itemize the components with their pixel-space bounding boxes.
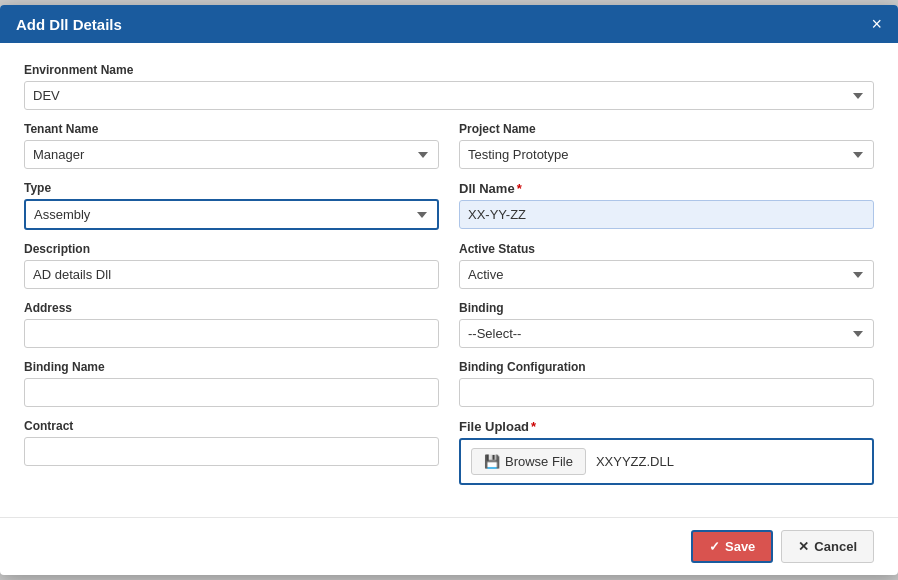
contract-fileupload-row: Contract File Upload* 💾 Browse File XXYY… [24,419,874,485]
binding-group: Binding --Select-- Option1 Option2 [459,301,874,348]
binding-select[interactable]: --Select-- Option1 Option2 [459,319,874,348]
description-activestatus-row: Description Active Status Active Inactiv… [24,242,874,289]
modal-title: Add Dll Details [16,16,122,33]
binding-name-input[interactable] [24,378,439,407]
tenant-name-select[interactable]: Manager Admin User [24,140,439,169]
binding-name-group: Binding Name [24,360,439,407]
project-name-select[interactable]: Testing Prototype Project A Project B [459,140,874,169]
binding-config-group: Binding Configuration [459,360,874,407]
address-binding-row: Address Binding --Select-- Option1 Optio… [24,301,874,348]
type-select-wrapper: Assembly Component Service [24,199,439,230]
modal-footer: ✓ Save ✕ Cancel [0,517,898,575]
modal-header: Add Dll Details × [0,5,898,43]
description-label: Description [24,242,439,256]
environment-name-label: Environment Name [24,63,874,77]
description-group: Description [24,242,439,289]
contract-group: Contract [24,419,439,485]
contract-label: Contract [24,419,439,433]
type-dllname-row: Type Assembly Component Service Dll Name… [24,181,874,230]
file-upload-label: File Upload* [459,419,874,434]
description-input[interactable] [24,260,439,289]
bindingname-bindingconfig-row: Binding Name Binding Configuration [24,360,874,407]
tenant-name-label: Tenant Name [24,122,439,136]
dll-name-input[interactable] [459,200,874,229]
save-icon: ✓ [709,539,720,554]
project-name-label: Project Name [459,122,874,136]
address-group: Address [24,301,439,348]
active-status-label: Active Status [459,242,874,256]
project-name-group: Project Name Testing Prototype Project A… [459,122,874,169]
type-select[interactable]: Assembly Component Service [26,201,437,228]
active-status-select[interactable]: Active Inactive [459,260,874,289]
address-input[interactable] [24,319,439,348]
cancel-label: Cancel [814,539,857,554]
binding-name-label: Binding Name [24,360,439,374]
file-upload-group: File Upload* 💾 Browse File XXYYZZ.DLL [459,419,874,485]
address-label: Address [24,301,439,315]
save-button[interactable]: ✓ Save [691,530,773,563]
dll-name-label: Dll Name* [459,181,874,196]
tenant-project-row: Tenant Name Manager Admin User Project N… [24,122,874,169]
environment-name-group: Environment Name DEV QA PROD [24,63,874,110]
cancel-button[interactable]: ✕ Cancel [781,530,874,563]
browse-file-button[interactable]: 💾 Browse File [471,448,586,475]
binding-label: Binding [459,301,874,315]
dll-name-group: Dll Name* [459,181,874,230]
file-upload-box: 💾 Browse File XXYYZZ.DLL [459,438,874,485]
browse-file-label: Browse File [505,454,573,469]
tenant-name-group: Tenant Name Manager Admin User [24,122,439,169]
environment-row: Environment Name DEV QA PROD [24,63,874,110]
binding-config-input[interactable] [459,378,874,407]
active-status-group: Active Status Active Inactive [459,242,874,289]
cancel-icon: ✕ [798,539,809,554]
save-label: Save [725,539,755,554]
type-group: Type Assembly Component Service [24,181,439,230]
contract-input[interactable] [24,437,439,466]
environment-name-select[interactable]: DEV QA PROD [24,81,874,110]
binding-config-label: Binding Configuration [459,360,874,374]
type-label: Type [24,181,439,195]
close-button[interactable]: × [871,15,882,33]
file-name-display: XXYYZZ.DLL [596,454,674,469]
upload-icon: 💾 [484,454,500,469]
add-dll-modal: Add Dll Details × Environment Name DEV Q… [0,5,898,575]
modal-body: Environment Name DEV QA PROD Tenant Name… [0,43,898,517]
